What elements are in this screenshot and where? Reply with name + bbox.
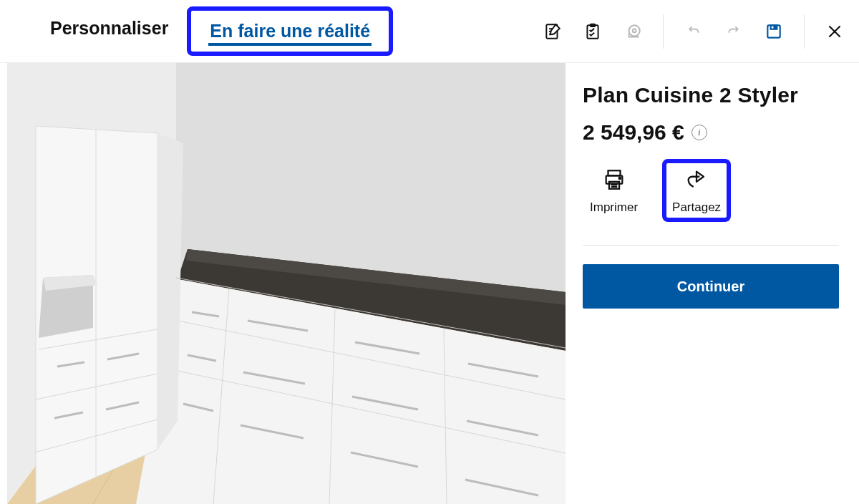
share-label: Partagez bbox=[672, 200, 721, 215]
save-icon[interactable] bbox=[764, 21, 784, 42]
plan-title: Plan Cuisine 2 Styler bbox=[583, 83, 839, 107]
info-icon[interactable]: i bbox=[691, 125, 707, 140]
close-icon[interactable] bbox=[825, 21, 845, 42]
content: Plan Cuisine 2 Styler 2 549,96 € i Impr bbox=[0, 63, 859, 504]
3d-viewport[interactable] bbox=[7, 63, 566, 504]
share-icon bbox=[684, 168, 709, 195]
svg-rect-7 bbox=[775, 26, 776, 28]
share-button[interactable]: Partagez bbox=[662, 159, 731, 222]
svg-rect-1 bbox=[587, 25, 598, 38]
divider bbox=[663, 14, 664, 49]
continue-button[interactable]: Continuer bbox=[583, 264, 839, 309]
continue-label: Continuer bbox=[677, 278, 744, 295]
tape-measure-icon[interactable] bbox=[623, 21, 643, 42]
tabs: Personnaliser En faire une réalité bbox=[31, 5, 393, 57]
notes-icon[interactable] bbox=[543, 21, 563, 42]
divider bbox=[804, 14, 805, 49]
svg-point-4 bbox=[633, 29, 636, 32]
price-line: 2 549,96 € i bbox=[583, 120, 839, 145]
redo-icon[interactable] bbox=[724, 21, 744, 42]
kitchen-render bbox=[7, 63, 566, 504]
topbar: Personnaliser En faire une réalité bbox=[0, 0, 859, 63]
toolbar bbox=[543, 14, 845, 49]
actions: Imprimer Partagez bbox=[583, 159, 839, 222]
undo-icon[interactable] bbox=[684, 21, 704, 42]
tab-label: Personnaliser bbox=[50, 18, 168, 38]
checklist-icon[interactable] bbox=[583, 21, 603, 42]
divider bbox=[583, 245, 839, 246]
tab-label: En faire une réalité bbox=[210, 21, 370, 41]
svg-point-59 bbox=[618, 178, 620, 179]
svg-point-3 bbox=[629, 25, 640, 36]
print-label: Imprimer bbox=[590, 200, 638, 215]
price: 2 549,96 € bbox=[583, 120, 684, 145]
print-button[interactable]: Imprimer bbox=[583, 159, 645, 222]
printer-icon bbox=[602, 168, 626, 195]
tab-personalize[interactable]: Personnaliser bbox=[31, 5, 187, 57]
tab-realize[interactable]: En faire une réalité bbox=[187, 6, 393, 56]
side-panel: Plan Cuisine 2 Styler 2 549,96 € i Impr bbox=[566, 63, 859, 504]
